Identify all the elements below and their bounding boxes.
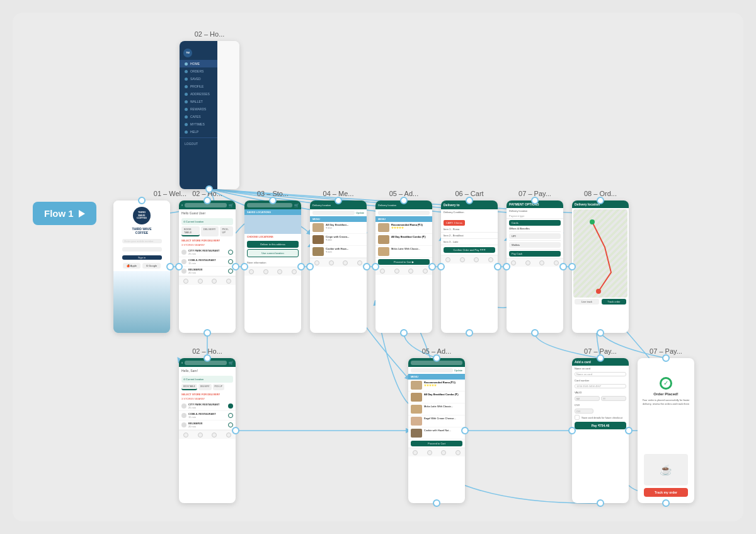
tab-orders-s5[interactable]: [408, 269, 413, 274]
tab-profile-s3[interactable]: [292, 269, 297, 274]
tab-home-s3[interactable]: [249, 269, 254, 274]
node-r2-s07b-top: [662, 354, 670, 362]
tab-home-s5r2[interactable]: [413, 450, 418, 455]
node-bot-s06r1: [466, 329, 473, 337]
menu-item-3[interactable]: Cookie with Haze...₹220: [310, 246, 367, 258]
save-card-checkbox[interactable]: [575, 415, 580, 420]
node-s07-left: [503, 263, 510, 270]
screen-top-menu[interactable]: TW HOME ORDERS SAVED PROFILE: [180, 41, 239, 189]
sidebar-cafes[interactable]: CAFES: [180, 113, 217, 120]
screen-06-cart[interactable]: Delivery to Delivery Condition CART: 3 I…: [441, 200, 498, 333]
tab-orders-s5r2[interactable]: [441, 450, 446, 455]
store-item-r2-2[interactable]: COMLIL RESTAURANT15 min: [179, 411, 236, 421]
node-r2-s07-left: [568, 427, 576, 434]
flow-label: Flow 1: [44, 208, 74, 219]
svg-point-0: [590, 219, 595, 224]
node-bot-s07r1: [531, 329, 539, 337]
screen-02-home-row1[interactable]: ≡ 🛒 Hello Guest User ⊙ Current location …: [179, 200, 236, 333]
screen-07-pay-success[interactable]: ✓ Order Placed! Your order is placed suc…: [638, 358, 694, 503]
sidebar-rewards[interactable]: REWARDS: [180, 105, 217, 113]
store-item-3[interactable]: BELMARUE20 min: [179, 267, 236, 276]
screen-03-store[interactable]: 🛒 SAVED LOCATIONS CHOOSE LOCATIONS Deliv…: [244, 200, 301, 333]
store-item-r2-1[interactable]: CITY PARK RESTAURANT25 min: [179, 402, 236, 411]
tab-profile-s4[interactable]: [357, 260, 362, 265]
sidebar-saved[interactable]: SAVED: [180, 75, 217, 83]
payment-wallets[interactable]: Wallets: [509, 242, 561, 248]
node-s08-left: [568, 263, 576, 270]
screen-04-menu[interactable]: Delivery location Update MENU All Day Br…: [310, 200, 367, 333]
screen-05-add-row1[interactable]: Delivery location MENU Recommended Roma …: [375, 200, 432, 333]
screen-02-home-row2[interactable]: ≡ 🛒 Hello, Sam! ⊙ Current location BOOK …: [179, 358, 236, 503]
screen-08-order[interactable]: Delivery location Live track Track order: [572, 200, 629, 333]
sidebar-home[interactable]: HOME: [180, 60, 217, 67]
tab-profile-s2r2[interactable]: [226, 432, 231, 438]
payment-upi[interactable]: UPI: [509, 233, 561, 239]
tab-search-s6[interactable]: [460, 257, 465, 262]
add-item-r2-5[interactable]: Cookie with Hazel Nut...: [408, 427, 465, 439]
proceed-to-cart-r2-btn[interactable]: Proceed to Cart: [411, 441, 462, 446]
sidebar-wallet[interactable]: WALLET: [180, 98, 217, 105]
tab-orders-s7[interactable]: [539, 260, 544, 265]
screen-01-welcome[interactable]: THIRDWAVECOFFEE THIRD WAVECOFFEE Enter y…: [113, 200, 170, 333]
sidebar-addresses[interactable]: ADDRESSES: [180, 90, 217, 98]
sidebar-orders[interactable]: ORDERS: [180, 67, 217, 75]
add-item-r2-3[interactable]: Moka Latte With Classic...: [408, 403, 465, 415]
add-item-r2-2[interactable]: All Day Breakfast Combo (₹): [408, 392, 465, 403]
track-order-btn[interactable]: Track order: [602, 299, 626, 305]
proceed-to-cart-btn[interactable]: Proceed to Cart ▶: [378, 259, 430, 265]
add-item-3[interactable]: Moka Latte With Classic...: [375, 246, 432, 258]
payment-pay-cash[interactable]: Pay Cash: [509, 251, 561, 257]
node-bot-s07b: [662, 499, 670, 507]
tab-home-s7[interactable]: [511, 260, 516, 265]
tab-search-s4[interactable]: [329, 260, 334, 265]
node-top-s04: [335, 197, 342, 204]
tab-profile-s6[interactable]: [488, 257, 493, 262]
tab-orders-s3[interactable]: [277, 269, 282, 274]
tab-search-s7[interactable]: [525, 260, 530, 265]
screen-07-pay-row2[interactable]: Add a card Name on card Name on card Car…: [572, 358, 629, 503]
tab-orders[interactable]: [212, 279, 217, 284]
confirm-order-btn[interactable]: Confirm Order and Pay ₹₹₹: [444, 247, 495, 253]
flow-1-button[interactable]: Flow 1: [33, 202, 96, 225]
tab-home-s2r2[interactable]: [183, 432, 188, 438]
tab-search-s2r2[interactable]: [198, 432, 203, 438]
sidebar-mytimes[interactable]: MYTIMES: [180, 120, 217, 128]
tab-profile-s7[interactable]: [554, 260, 559, 265]
tab-profile[interactable]: [226, 279, 231, 284]
store-item-1[interactable]: CITY PARK RESTAURANT25 min: [179, 248, 236, 257]
node-bot-s08r1: [597, 329, 604, 337]
add-item-2[interactable]: All Day Breakfast Combo (₹): [375, 234, 432, 246]
screen-05-add-row2[interactable]: Update MENU Recommended Roma (₹1)⭐⭐⭐⭐⭐ A…: [408, 358, 465, 503]
tab-home[interactable]: [183, 279, 188, 284]
add-item-r2-4[interactable]: Bagel With Cream Cheese...: [408, 415, 465, 427]
tab-orders-s6[interactable]: [474, 257, 479, 262]
tab-search-s5r2[interactable]: [427, 450, 432, 455]
tab-home-s5[interactable]: [380, 269, 385, 274]
tab-profile-s5[interactable]: [423, 269, 428, 274]
tab-home-s4[interactable]: [314, 260, 319, 265]
node-top-s05: [400, 197, 408, 204]
tab-orders-s4[interactable]: [343, 260, 348, 265]
menu-item-2[interactable]: Crepe with Cream...₹280: [310, 234, 367, 246]
tab-profile-s5r2[interactable]: [455, 450, 461, 455]
screen-07-pay-row1[interactable]: PAYMENT OPTIONS Delivery location Paymen…: [507, 200, 563, 333]
sidebar-logout[interactable]: LOGOUT: [180, 140, 217, 148]
add-item-1[interactable]: Recommended Roma (₹1)⭐⭐⭐⭐⭐: [375, 222, 432, 234]
store-item-2[interactable]: COMLIL RESTAURANT15 min: [179, 257, 236, 267]
tab-search-s3[interactable]: [263, 269, 268, 274]
add-item-r2-1[interactable]: Recommended Roma (₹1)⭐⭐⭐⭐⭐: [408, 380, 465, 392]
tab-home-s6[interactable]: [445, 257, 450, 262]
payment-card[interactable]: Cards: [509, 220, 561, 226]
pay-button[interactable]: Pay ₹754.46: [575, 422, 626, 429]
tab-orders-s2r2[interactable]: [212, 432, 217, 438]
store-item-r2-3[interactable]: BELMARUE20 min: [179, 421, 236, 430]
tab-search-s5[interactable]: [394, 269, 399, 274]
track-my-order-btn[interactable]: Track my order: [644, 488, 688, 497]
sidebar-profile[interactable]: PROFILE: [180, 83, 217, 90]
sidebar-help[interactable]: HELP: [180, 128, 217, 136]
node-r2-s07-right: [625, 427, 633, 434]
menu-item-1[interactable]: All Day Breakfast...₹350: [310, 222, 367, 234]
tab-search[interactable]: [198, 279, 203, 284]
success-check-icon: ✓: [660, 377, 672, 390]
node-topmenu-bottom: [205, 185, 213, 193]
